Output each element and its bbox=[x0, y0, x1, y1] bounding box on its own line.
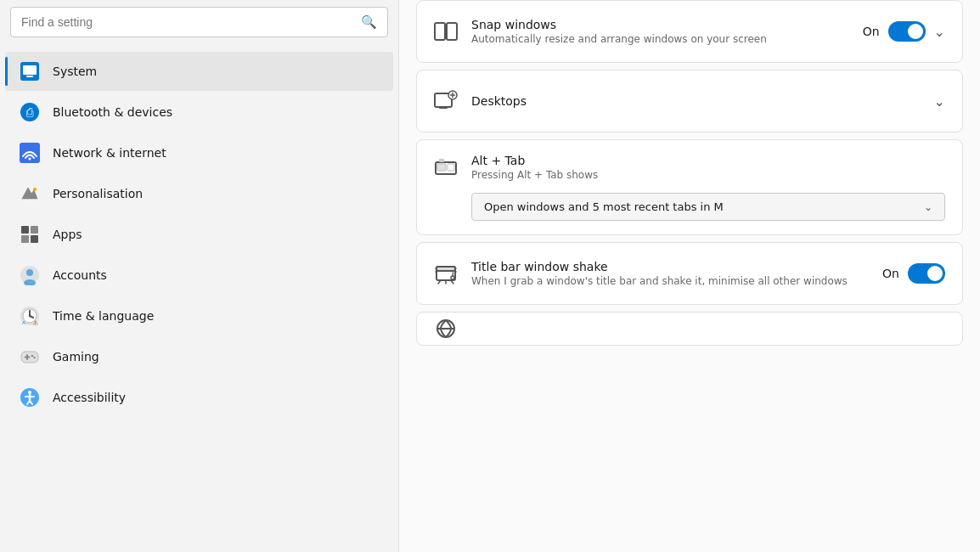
svg-rect-10 bbox=[21, 235, 29, 243]
svg-rect-45 bbox=[436, 267, 455, 271]
bluetooth-icon: ⎙ bbox=[19, 101, 41, 123]
system-icon bbox=[19, 60, 41, 82]
snap-windows-chevron[interactable]: ⌄ bbox=[934, 24, 945, 40]
snap-windows-control: On ⌄ bbox=[863, 21, 945, 42]
sidebar-label-gaming: Gaming bbox=[53, 350, 99, 363]
title-bar-shake-control: On bbox=[882, 263, 945, 284]
title-bar-shake-row: Title bar window shake When I grab a win… bbox=[417, 243, 962, 304]
sidebar-label-apps: Apps bbox=[53, 228, 82, 241]
sidebar-item-network[interactable]: Network & internet bbox=[5, 133, 393, 172]
svg-rect-34 bbox=[447, 23, 457, 40]
title-bar-shake-toggle-knob bbox=[927, 266, 943, 281]
alt-tab-icon bbox=[434, 155, 458, 179]
sidebar-item-apps[interactable]: Apps bbox=[5, 215, 393, 254]
time-icon: A あ bbox=[19, 305, 41, 327]
alt-tab-text: Alt + Tab Pressing Alt + Tab shows bbox=[471, 154, 945, 181]
svg-text:A: A bbox=[22, 320, 25, 325]
svg-rect-41 bbox=[437, 164, 446, 171]
sidebar-label-time: Time & language bbox=[53, 309, 154, 323]
alt-tab-row: Alt + Tab Pressing Alt + Tab shows Open … bbox=[417, 140, 962, 234]
accounts-icon bbox=[19, 264, 41, 286]
sidebar-label-accessibility: Accessibility bbox=[53, 391, 126, 404]
snap-windows-toggle[interactable] bbox=[888, 21, 926, 42]
gaming-icon bbox=[19, 346, 41, 368]
apps-icon bbox=[19, 223, 41, 245]
alt-tab-header: Alt + Tab Pressing Alt + Tab shows bbox=[434, 154, 945, 181]
svg-rect-1 bbox=[23, 65, 37, 75]
accessibility-icon bbox=[19, 386, 41, 408]
title-bar-shake-desc: When I grab a window's title bar and sha… bbox=[471, 275, 869, 287]
search-input[interactable] bbox=[21, 15, 354, 29]
svg-point-13 bbox=[26, 269, 33, 276]
svg-rect-33 bbox=[435, 23, 445, 40]
svg-text:⎙: ⎙ bbox=[26, 105, 34, 119]
alt-tab-dropdown-arrow: ⌄ bbox=[924, 201, 932, 213]
title-bar-shake-icon bbox=[434, 262, 458, 285]
sidebar-item-system[interactable]: System bbox=[5, 52, 393, 91]
alt-tab-title: Alt + Tab bbox=[471, 154, 945, 167]
sidebar-label-network: Network & internet bbox=[53, 146, 166, 160]
snap-windows-row: Snap windows Automatically resize and ar… bbox=[417, 1, 962, 62]
svg-rect-11 bbox=[31, 235, 38, 243]
alt-tab-desc: Pressing Alt + Tab shows bbox=[471, 169, 945, 181]
sidebar-label-system: System bbox=[53, 65, 97, 78]
title-bar-shake-title: Title bar window shake bbox=[471, 260, 869, 273]
sidebar-item-personalisation[interactable]: Personalisation bbox=[5, 174, 393, 213]
sidebar-label-bluetooth: Bluetooth & devices bbox=[53, 105, 172, 119]
desktops-control: ⌄ bbox=[934, 93, 945, 110]
svg-point-25 bbox=[31, 355, 33, 357]
svg-text:あ: あ bbox=[33, 320, 38, 326]
snap-windows-desc: Automatically resize and arrange windows… bbox=[471, 33, 849, 45]
sidebar: 🔍 System ⎙ Bluetooth & devices bbox=[0, 0, 399, 552]
title-bar-shake-status: On bbox=[882, 267, 899, 280]
extra-card bbox=[416, 312, 963, 346]
search-icon: 🔍 bbox=[361, 14, 377, 30]
desktops-icon bbox=[434, 89, 458, 113]
search-box[interactable]: 🔍 bbox=[10, 7, 388, 37]
sidebar-item-accounts[interactable]: Accounts bbox=[5, 256, 393, 295]
desktops-row: Desktops ⌄ bbox=[417, 70, 962, 132]
snap-windows-toggle-knob bbox=[908, 24, 923, 39]
sidebar-item-time[interactable]: A あ Time & language bbox=[5, 296, 393, 335]
alt-tab-card: Alt + Tab Pressing Alt + Tab shows Open … bbox=[416, 139, 963, 235]
snap-windows-title: Snap windows bbox=[471, 18, 849, 31]
sidebar-item-accessibility[interactable]: Accessibility bbox=[5, 378, 393, 417]
svg-point-19 bbox=[29, 315, 31, 317]
desktops-title: Desktops bbox=[471, 94, 921, 108]
snap-windows-status: On bbox=[863, 25, 880, 38]
extra-icon bbox=[434, 317, 458, 341]
svg-point-6 bbox=[29, 158, 31, 161]
svg-rect-43 bbox=[439, 159, 444, 162]
desktops-chevron[interactable]: ⌄ bbox=[934, 93, 945, 110]
svg-rect-2 bbox=[26, 76, 33, 77]
main-content: Snap windows Automatically resize and ar… bbox=[399, 0, 980, 552]
snap-windows-icon bbox=[434, 20, 458, 43]
sidebar-label-personalisation: Personalisation bbox=[53, 187, 143, 200]
alt-tab-dropdown[interactable]: Open windows and 5 most recent tabs in M… bbox=[471, 193, 945, 221]
sidebar-item-gaming[interactable]: Gaming bbox=[5, 337, 393, 376]
svg-line-47 bbox=[453, 273, 453, 276]
svg-point-7 bbox=[33, 188, 37, 191]
network-icon bbox=[19, 142, 41, 164]
svg-rect-9 bbox=[31, 226, 38, 234]
snap-windows-text: Snap windows Automatically resize and ar… bbox=[471, 18, 849, 45]
snap-windows-card: Snap windows Automatically resize and ar… bbox=[416, 0, 963, 63]
desktops-text: Desktops bbox=[471, 94, 921, 108]
svg-rect-8 bbox=[21, 226, 29, 234]
svg-point-26 bbox=[33, 357, 35, 358]
alt-tab-dropdown-label: Open windows and 5 most recent tabs in M bbox=[484, 200, 915, 213]
sidebar-label-accounts: Accounts bbox=[53, 268, 107, 282]
alt-tab-dropdown-wrapper: Open windows and 5 most recent tabs in M… bbox=[471, 186, 945, 221]
title-bar-shake-card: Title bar window shake When I grab a win… bbox=[416, 242, 963, 305]
svg-rect-42 bbox=[448, 164, 454, 171]
title-bar-shake-text: Title bar window shake When I grab a win… bbox=[471, 260, 869, 287]
title-bar-shake-toggle[interactable] bbox=[908, 263, 945, 284]
personalisation-icon bbox=[19, 183, 41, 205]
sidebar-item-bluetooth[interactable]: ⎙ Bluetooth & devices bbox=[5, 93, 393, 132]
desktops-card: Desktops ⌄ bbox=[416, 70, 963, 132]
